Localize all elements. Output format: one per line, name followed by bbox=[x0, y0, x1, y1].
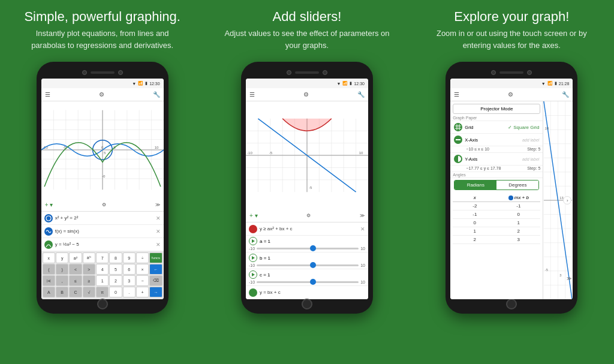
kb-close-paren[interactable]: ) bbox=[56, 264, 68, 275]
expr-close-2-1[interactable]: ✕ bbox=[360, 226, 365, 232]
kb-back[interactable]: ← bbox=[149, 264, 162, 275]
expr-close-2[interactable]: ✕ bbox=[156, 228, 161, 234]
svg-text:10: 10 bbox=[154, 145, 158, 149]
grid-icon bbox=[454, 123, 462, 131]
kb-abs[interactable]: |a| bbox=[43, 275, 55, 286]
cell-3-0: 1 bbox=[453, 227, 496, 235]
kb-gt[interactable]: > bbox=[83, 264, 95, 275]
kb-enter[interactable]: → bbox=[149, 287, 162, 297]
slider-a-container: a = 1 -10 10 bbox=[246, 236, 368, 252]
table-col-mx-label: mx + b bbox=[514, 195, 529, 200]
kb-B[interactable]: B bbox=[56, 287, 68, 297]
add-button[interactable]: + ▾ bbox=[45, 201, 53, 208]
kb-lte[interactable]: ≤ bbox=[69, 275, 82, 286]
yaxis-add-label[interactable]: add label bbox=[522, 157, 539, 161]
play-icon-c[interactable] bbox=[249, 270, 257, 279]
side-arrow-btn[interactable]: › bbox=[563, 196, 571, 204]
slider-b-track[interactable] bbox=[257, 264, 359, 266]
menu-icon[interactable]: ☰ bbox=[45, 91, 50, 98]
slider-c-min: -10 bbox=[249, 280, 255, 284]
section-1-subtitle: Instantly plot equations, from lines and… bbox=[19, 28, 186, 51]
cell-1-0: -1 bbox=[453, 210, 496, 218]
svg-text:5: 5 bbox=[104, 151, 106, 155]
expand-button[interactable]: ≫ bbox=[155, 202, 160, 207]
kb-C[interactable]: C bbox=[69, 287, 82, 297]
expand-icon-right[interactable]: ≫ bbox=[567, 276, 571, 281]
phone-2-expr-list: y ≥ ax² + bx + c ✕ a = 1 -10 bbox=[246, 222, 368, 299]
home-button-2[interactable] bbox=[302, 299, 312, 309]
gear-button[interactable]: ⚙ bbox=[102, 202, 106, 207]
kb-7[interactable]: 7 bbox=[96, 252, 109, 263]
graph-svg-2: -10 -5 10 -5 bbox=[246, 101, 368, 209]
kb-lt[interactable]: < bbox=[69, 264, 82, 275]
signal-icon-2: ▼ bbox=[337, 82, 341, 86]
settings-icon[interactable]: ⚙ bbox=[99, 91, 104, 98]
home-button-1[interactable] bbox=[97, 299, 108, 309]
wrench-icon[interactable]: 🔧 bbox=[153, 91, 160, 98]
menu-icon-3[interactable]: ☰ bbox=[454, 91, 459, 98]
kb-funcs[interactable]: funcs bbox=[149, 252, 162, 263]
kb-mul[interactable]: × bbox=[136, 264, 149, 275]
wrench-icon-2[interactable]: 🔧 bbox=[357, 91, 365, 98]
kb-y[interactable]: y bbox=[56, 252, 68, 263]
expand-button-2[interactable]: ≫ bbox=[360, 213, 365, 218]
kb-5[interactable]: 5 bbox=[109, 264, 122, 275]
kb-comma[interactable]: , bbox=[56, 275, 68, 286]
phone-2-screen: ▼ 📶 ▮ 12:30 ☰ ⚙ 🔧 bbox=[246, 79, 368, 299]
kb-open-paren[interactable]: ( bbox=[43, 264, 55, 275]
settings-icon-2[interactable]: ⚙ bbox=[303, 91, 309, 98]
kb-div[interactable]: ÷ bbox=[136, 252, 149, 263]
expr-item-1: x² + y² = 2² ✕ bbox=[41, 212, 164, 225]
xaxis-range: −10 ≤ x ≤ 10 bbox=[466, 147, 489, 151]
kb-3[interactable]: 3 bbox=[123, 275, 136, 286]
phone-1-top bbox=[41, 67, 164, 79]
kb-del[interactable]: ⌫ bbox=[149, 275, 162, 286]
xaxis-range-row: −10 ≤ x ≤ 10 Step: 5 bbox=[450, 146, 543, 153]
kb-4[interactable]: 4 bbox=[96, 264, 109, 275]
slider-c-track[interactable] bbox=[257, 281, 359, 283]
kb-8[interactable]: 8 bbox=[109, 252, 122, 263]
phone-1-bottom-toolbar: + ▾ ⚙ ≫ bbox=[41, 198, 164, 212]
kb-A[interactable]: A bbox=[43, 287, 55, 297]
play-icon-b[interactable] bbox=[249, 254, 257, 262]
kb-6[interactable]: 6 bbox=[123, 264, 136, 275]
kb-dot[interactable]: . bbox=[123, 287, 136, 297]
kb-row-2: ( ) < > 4 5 6 × ← bbox=[43, 264, 162, 275]
phone-1-speaker bbox=[91, 71, 115, 74]
section-2: Add sliders! Adjust values to see the ef… bbox=[211, 8, 403, 356]
radians-btn[interactable]: Radians bbox=[455, 181, 496, 189]
phone-3-top bbox=[450, 67, 573, 79]
kb-plus[interactable]: + bbox=[136, 287, 149, 297]
expr-item-2-1: y ≥ ax² + bx + c ✕ bbox=[246, 222, 368, 236]
signal-icon: ▼ bbox=[132, 82, 136, 86]
kb-x[interactable]: x bbox=[43, 252, 55, 263]
wrench-icon-3[interactable]: 🔧 bbox=[562, 91, 569, 98]
slider-b-thumb bbox=[310, 262, 316, 268]
svg-text:3: 3 bbox=[560, 273, 562, 277]
xaxis-add-label[interactable]: add label bbox=[522, 138, 539, 142]
menu-icon-2[interactable]: ☰ bbox=[249, 91, 255, 98]
cell-4-0: 2 bbox=[453, 236, 496, 243]
expr-close-1[interactable]: ✕ bbox=[156, 215, 161, 221]
kb-a2[interactable]: a² bbox=[69, 252, 82, 263]
gear-button-2[interactable]: ⚙ bbox=[306, 213, 311, 218]
section-2-title: Add sliders! bbox=[223, 8, 391, 26]
expr-close-3[interactable]: ✕ bbox=[156, 242, 161, 248]
kb-sqrt[interactable]: √ bbox=[83, 287, 95, 297]
projector-mode-btn[interactable]: Projector Mode bbox=[453, 104, 540, 114]
kb-gte[interactable]: ≥ bbox=[83, 275, 95, 286]
kb-minus[interactable]: − bbox=[136, 275, 149, 286]
settings-xaxis-row: X-Axis add label bbox=[450, 134, 543, 146]
slider-a-track[interactable] bbox=[257, 248, 359, 249]
kb-2[interactable]: 2 bbox=[109, 275, 122, 286]
degrees-btn[interactable]: Degrees bbox=[496, 181, 538, 189]
play-icon-a[interactable] bbox=[249, 237, 257, 245]
kb-pi[interactable]: π bbox=[96, 287, 109, 297]
add-button-2[interactable]: + ▾ bbox=[249, 212, 258, 219]
kb-0[interactable]: 0 bbox=[109, 287, 122, 297]
kb-1[interactable]: 1 bbox=[96, 275, 109, 286]
kb-ab[interactable]: aᵇ bbox=[83, 252, 95, 263]
home-button-3[interactable] bbox=[506, 299, 517, 309]
kb-9[interactable]: 9 bbox=[123, 252, 136, 263]
settings-icon-3[interactable]: ⚙ bbox=[508, 91, 513, 98]
